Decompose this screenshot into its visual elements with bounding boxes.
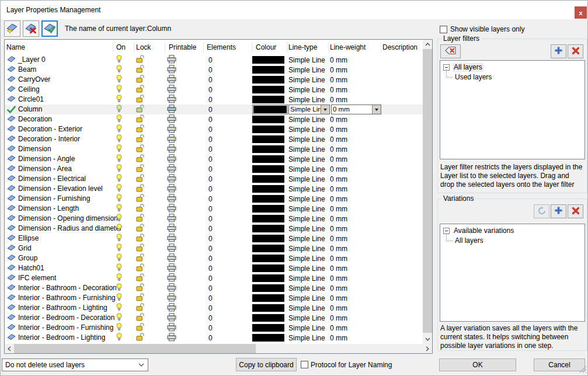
layer-linetype-cell[interactable]: Simple Line Simple Line: [288, 144, 329, 154]
set-current-layer-button[interactable]: [41, 20, 58, 37]
layer-lineweight-cell[interactable]: 0 mm 0 mm: [329, 323, 381, 333]
layer-lineweight-cell[interactable]: 0 mm 0 mm: [329, 144, 381, 154]
layer-linetype-cell[interactable]: Simple Line Simple Line: [288, 65, 329, 75]
layer-printable-toggle[interactable]: [165, 85, 204, 95]
layer-colour-cell[interactable]: [252, 134, 288, 144]
layer-on-toggle[interactable]: [113, 95, 134, 105]
layer-colour-cell[interactable]: [252, 303, 288, 313]
layer-on-toggle[interactable]: [113, 224, 134, 234]
layer-lineweight-cell[interactable]: 0 mm 0 mm: [329, 263, 381, 273]
layer-colour-cell[interactable]: [252, 234, 288, 243]
table-row[interactable]: Decoration - Interior: [5, 134, 423, 144]
layer-colour-cell[interactable]: [252, 273, 288, 283]
layer-lock-toggle[interactable]: [134, 283, 165, 293]
delete-variation-button[interactable]: [568, 204, 583, 218]
layer-on-toggle[interactable]: [113, 85, 134, 95]
layer-colour-cell[interactable]: [252, 224, 288, 234]
layer-lineweight-cell[interactable]: 0 mm 0 mm: [329, 164, 381, 174]
layer-on-toggle[interactable]: [113, 154, 134, 164]
tree-item-used-layers[interactable]: Used layers: [454, 73, 493, 82]
cancel-button[interactable]: Cancel: [534, 358, 585, 371]
layer-printable-toggle[interactable]: [165, 95, 204, 105]
layer-printable-toggle[interactable]: [165, 283, 204, 293]
layer-on-toggle[interactable]: [113, 323, 134, 333]
layer-printable-toggle[interactable]: [165, 263, 204, 273]
layer-lock-toggle[interactable]: [134, 95, 165, 105]
table-row[interactable]: Interior - Bedroom - Lighting: [5, 333, 423, 343]
layer-lineweight-cell[interactable]: 0 mm 0 mm: [329, 214, 381, 224]
layer-lineweight-cell[interactable]: 0 mm 0 mm: [329, 313, 381, 323]
layer-lineweight-cell[interactable]: 0 mm 0 mm: [329, 184, 381, 194]
delete-mode-select[interactable]: Do not delete used layers: [2, 358, 148, 371]
table-row[interactable]: Ceiling: [5, 85, 423, 95]
layer-on-toggle[interactable]: [113, 194, 134, 204]
update-variation-button[interactable]: [534, 204, 549, 218]
scroll-up-arrow[interactable]: [423, 40, 432, 49]
layer-linetype-cell[interactable]: Simple Line Simple Line: [288, 184, 329, 194]
layer-lineweight-cell[interactable]: 0 mm 0 mm: [329, 134, 381, 144]
layer-colour-cell[interactable]: [252, 204, 288, 214]
layer-lineweight-cell[interactable]: 0 mm 0 mm: [329, 234, 381, 243]
layer-linetype-cell[interactable]: Simple Line Simple Line: [288, 273, 329, 283]
layer-printable-toggle[interactable]: [165, 243, 204, 253]
layer-colour-cell[interactable]: [252, 194, 288, 204]
layer-lock-toggle[interactable]: [134, 154, 165, 164]
layer-lineweight-cell[interactable]: 0 mm 0 mm: [329, 55, 381, 65]
layer-colour-cell[interactable]: [252, 95, 288, 105]
layer-on-toggle[interactable]: [113, 253, 134, 263]
layer-colour-cell[interactable]: [252, 55, 288, 65]
layer-colour-cell[interactable]: [252, 313, 288, 323]
layer-colour-cell[interactable]: [252, 184, 288, 194]
table-row[interactable]: Group: [5, 253, 423, 263]
layer-linetype-cell[interactable]: Simple Line Simple Line: [288, 154, 329, 164]
table-row[interactable]: Interior - Bathroom - Furnishing: [5, 293, 423, 303]
table-row[interactable]: Circle01: [5, 95, 423, 105]
tree-item-available-variations[interactable]: Available variations: [453, 227, 515, 235]
layer-printable-toggle[interactable]: [165, 333, 204, 343]
layer-lock-toggle[interactable]: [134, 313, 165, 323]
layer-linetype-cell[interactable]: Simple Line Simple Line: [288, 323, 329, 333]
layer-lineweight-cell[interactable]: 0 mm 0 mm: [329, 114, 381, 124]
dropdown-arrow-icon[interactable]: [321, 105, 329, 114]
layer-printable-toggle[interactable]: [165, 164, 204, 174]
layer-printable-toggle[interactable]: [165, 323, 204, 333]
layer-on-toggle[interactable]: [113, 184, 134, 194]
table-row[interactable]: Beam: [5, 65, 423, 75]
layer-printable-toggle[interactable]: [165, 234, 204, 243]
layer-printable-toggle[interactable]: [165, 303, 204, 313]
layer-lock-toggle[interactable]: [134, 184, 165, 194]
copy-to-clipboard-button[interactable]: Copy to clipboard: [236, 358, 297, 371]
table-row[interactable]: Dimension - Area: [5, 164, 423, 174]
layer-lock-toggle[interactable]: [134, 65, 165, 75]
layer-lock-toggle[interactable]: [134, 263, 165, 273]
layer-linetype-cell[interactable]: Simple Line Simple Line: [288, 333, 329, 343]
layer-lineweight-cell[interactable]: 0 mm 0 mm: [329, 174, 381, 184]
layer-lock-toggle[interactable]: [134, 75, 165, 85]
layer-printable-toggle[interactable]: [165, 134, 204, 144]
layer-colour-cell[interactable]: [252, 174, 288, 184]
layer-linetype-cell[interactable]: Simple Line Simple Line: [288, 243, 329, 253]
layer-lock-toggle[interactable]: [134, 174, 165, 184]
layer-lock-toggle[interactable]: [134, 253, 165, 263]
layer-lineweight-cell[interactable]: 0 mm 0 mm: [329, 273, 381, 283]
layer-linetype-cell[interactable]: Simple Line Simple Line: [288, 253, 329, 263]
layer-printable-toggle[interactable]: [165, 65, 204, 75]
layer-printable-toggle[interactable]: [165, 273, 204, 283]
layer-lineweight-cell[interactable]: 0 mm 0 mm: [329, 283, 381, 293]
layer-printable-toggle[interactable]: [165, 313, 204, 323]
layer-lineweight-cell[interactable]: 0 mm 0 mm: [329, 105, 381, 114]
table-row[interactable]: Interior - Bedroom - Decoration: [5, 313, 423, 323]
layer-lineweight-cell[interactable]: 0 mm 0 mm: [329, 124, 381, 134]
layer-colour-cell[interactable]: [252, 164, 288, 174]
layer-printable-toggle[interactable]: [165, 55, 204, 65]
layer-lock-toggle[interactable]: [134, 204, 165, 214]
layer-colour-cell[interactable]: [252, 105, 288, 114]
close-button[interactable]: x: [575, 6, 587, 19]
layer-lineweight-cell[interactable]: 0 mm 0 mm: [329, 75, 381, 85]
table-row[interactable]: Decoration - Exterior: [5, 124, 423, 134]
layer-lineweight-cell[interactable]: 0 mm 0 mm: [329, 65, 381, 75]
tree-item-all-layers[interactable]: All layers: [453, 63, 483, 72]
layer-on-toggle[interactable]: [113, 144, 134, 154]
layer-linetype-cell[interactable]: Simple Line Simple Line: [288, 263, 329, 273]
layer-lineweight-cell[interactable]: 0 mm 0 mm: [329, 154, 381, 164]
